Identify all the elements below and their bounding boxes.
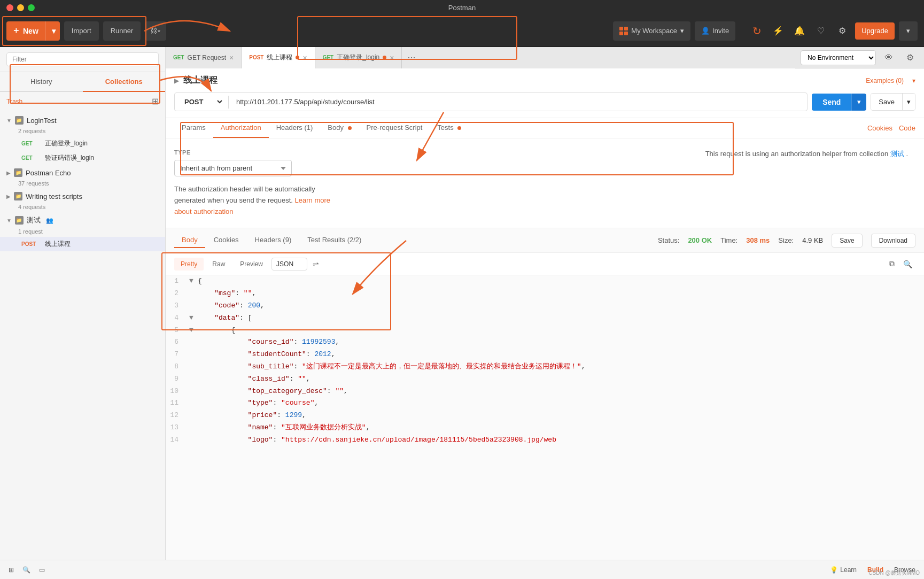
- code-link[interactable]: Code: [899, 119, 915, 137]
- collection-link[interactable]: 测试: [890, 150, 904, 158]
- body-tab[interactable]: Body: [320, 118, 359, 138]
- send-button[interactable]: Send: [812, 94, 851, 111]
- trash-link[interactable]: Trash: [6, 98, 22, 105]
- resp-tab-testresults[interactable]: Test Results (2/2): [300, 233, 369, 248]
- method-select[interactable]: POST GET PUT DELETE: [179, 95, 224, 109]
- tab-close-icon[interactable]: ×: [302, 53, 307, 62]
- search-icon-button[interactable]: 🔍: [900, 257, 915, 271]
- interceptor-button[interactable]: ⚡: [770, 22, 787, 40]
- tab-history[interactable]: History: [0, 72, 83, 92]
- response-area: Body Cookies Headers (9) Test Results (2…: [166, 228, 924, 579]
- add-collection-icon[interactable]: ⊞: [152, 96, 159, 106]
- dropdown-button[interactable]: ▾: [899, 21, 918, 41]
- bottom-console-icon[interactable]: ▭: [39, 566, 45, 574]
- send-dropdown-button[interactable]: ▾: [851, 94, 866, 111]
- resp-tab-cookies[interactable]: Cookies: [206, 233, 246, 248]
- workspace-dropdown-icon: ▾: [680, 27, 684, 35]
- auth-type-select[interactable]: Inherit auth from parent No Auth Bearer …: [174, 160, 292, 176]
- authorization-tab[interactable]: Authorization: [213, 118, 269, 138]
- collection-test[interactable]: ▼ 📁 测试 👥: [0, 212, 165, 228]
- format-type-select[interactable]: JSON XML HTML: [271, 258, 307, 271]
- collection-name: Writing test scripts: [26, 192, 82, 200]
- import-button[interactable]: Import: [64, 21, 99, 41]
- new-button-dropdown[interactable]: ▾: [48, 21, 60, 41]
- main-layout: History Collections Trash ⊞ ▼ 📁 LoginTes…: [0, 47, 924, 579]
- json-line: 5 ▼ {: [166, 325, 924, 337]
- collection-icon: 📁: [14, 168, 22, 177]
- tab-login[interactable]: GET 正确登录_login ×: [315, 47, 402, 68]
- toggle-icon[interactable]: ▼: [187, 325, 196, 336]
- copy-icon-button[interactable]: ⧉: [886, 257, 898, 271]
- learn-link[interactable]: 💡 Learn: [830, 566, 857, 574]
- filter-input[interactable]: [6, 52, 159, 66]
- headers-tab[interactable]: Headers (1): [269, 118, 321, 138]
- resp-tab-body[interactable]: Body: [174, 233, 205, 248]
- workspace-selector[interactable]: My Workspace ▾: [613, 21, 690, 41]
- sync-button[interactable]: ↻: [748, 22, 765, 40]
- list-item[interactable]: GET 验证码错误_login: [0, 151, 165, 165]
- preview-tab[interactable]: Preview: [234, 258, 269, 271]
- more-tabs-button[interactable]: ···: [402, 47, 421, 68]
- json-line: 14 "logo": "https://cdn.sanjieke.cn/uplo…: [166, 434, 924, 446]
- collection-postman-echo[interactable]: ▶ 📁 Postman Echo: [0, 165, 165, 180]
- environment-select[interactable]: No Environment: [801, 50, 876, 65]
- runner-button[interactable]: Runner: [103, 21, 141, 41]
- tab-close-icon[interactable]: ×: [390, 53, 394, 62]
- invite-button[interactable]: 👤 Invite: [695, 21, 735, 41]
- workspace-icon: [619, 27, 628, 35]
- filter-icon-button[interactable]: ⇌: [309, 258, 322, 271]
- tab-get-request[interactable]: GET GET Request ×: [166, 47, 242, 68]
- save-button[interactable]: Save: [871, 94, 902, 110]
- bottom-search-icon[interactable]: 🔍: [22, 566, 30, 574]
- new-button-main[interactable]: ＋ New: [6, 21, 45, 41]
- download-button[interactable]: Download: [871, 234, 915, 248]
- env-settings-button[interactable]: ⚙: [902, 49, 919, 66]
- params-tab[interactable]: Params: [174, 118, 213, 138]
- list-item[interactable]: GET 正确登录_login: [0, 136, 165, 151]
- time-value: 308 ms: [746, 236, 770, 244]
- notifications-button[interactable]: 🔔: [791, 22, 808, 40]
- url-input[interactable]: [233, 96, 803, 108]
- link-button[interactable]: ⛓▾: [145, 21, 166, 41]
- save-dropdown-button[interactable]: ▾: [902, 94, 915, 110]
- content-area: GET GET Request × POST 线上课程 × GET 正确登录_l…: [166, 47, 924, 579]
- examples-link[interactable]: Examples (0): [866, 77, 904, 84]
- sidebar-search-area: [0, 47, 165, 72]
- tests-tab[interactable]: Tests: [430, 118, 469, 138]
- raw-tab[interactable]: Raw: [206, 258, 231, 271]
- pretty-tab[interactable]: Pretty: [174, 258, 204, 271]
- response-save-button[interactable]: Save: [832, 234, 862, 248]
- response-meta: Status: 200 OK Time: 308 ms Size: 4.9 KB…: [658, 234, 915, 248]
- list-item[interactable]: POST 线上课程: [0, 237, 165, 251]
- new-button[interactable]: ＋ New ▾: [6, 21, 60, 41]
- collection-logintest[interactable]: ▼ 📁 LoginTest: [0, 113, 165, 128]
- tab-close-icon[interactable]: ×: [229, 53, 234, 62]
- collection-writing-tests[interactable]: ▶ 📁 Writing test scripts: [0, 189, 165, 204]
- favorites-button[interactable]: ♡: [812, 22, 829, 40]
- tab-xianshangkecheng[interactable]: POST 线上课程 ×: [242, 47, 315, 68]
- maximize-button[interactable]: [28, 4, 35, 11]
- type-select-wrap: Inherit auth from parent No Auth Bearer …: [174, 160, 915, 176]
- request-title-row: ▶ 线上课程 Examples (0) ▾: [174, 75, 915, 86]
- minimize-button[interactable]: [17, 4, 24, 11]
- collection-arrow: ▼: [6, 218, 12, 223]
- examples-dropdown[interactable]: ▾: [912, 77, 915, 84]
- prerequest-tab[interactable]: Pre-request Script: [359, 118, 430, 138]
- tab-collections[interactable]: Collections: [83, 72, 166, 92]
- title-toggle[interactable]: ▶: [174, 77, 179, 84]
- collection-icon: 📁: [14, 192, 22, 200]
- close-button[interactable]: [6, 4, 13, 11]
- toggle-icon[interactable]: ▼: [187, 276, 196, 287]
- settings-button[interactable]: ⚙: [834, 22, 851, 40]
- upgrade-button[interactable]: Upgrade: [855, 22, 895, 40]
- toggle-icon[interactable]: ▼: [187, 313, 196, 324]
- collection-name: LoginTest: [27, 117, 57, 125]
- resp-tab-headers[interactable]: Headers (9): [247, 233, 299, 248]
- env-eye-button[interactable]: 👁: [880, 49, 897, 66]
- tab-name: 线上课程: [267, 53, 292, 62]
- request-name: 正确登录_login: [45, 139, 88, 148]
- bottom-layout-icon[interactable]: ⊞: [9, 566, 14, 574]
- toolbar-right-icons: ↻ ⚡ 🔔 ♡ ⚙ Upgrade ▾: [748, 21, 918, 41]
- cookies-link[interactable]: Cookies: [867, 119, 892, 137]
- resp-toolbar-right: ⧉ 🔍: [886, 257, 915, 271]
